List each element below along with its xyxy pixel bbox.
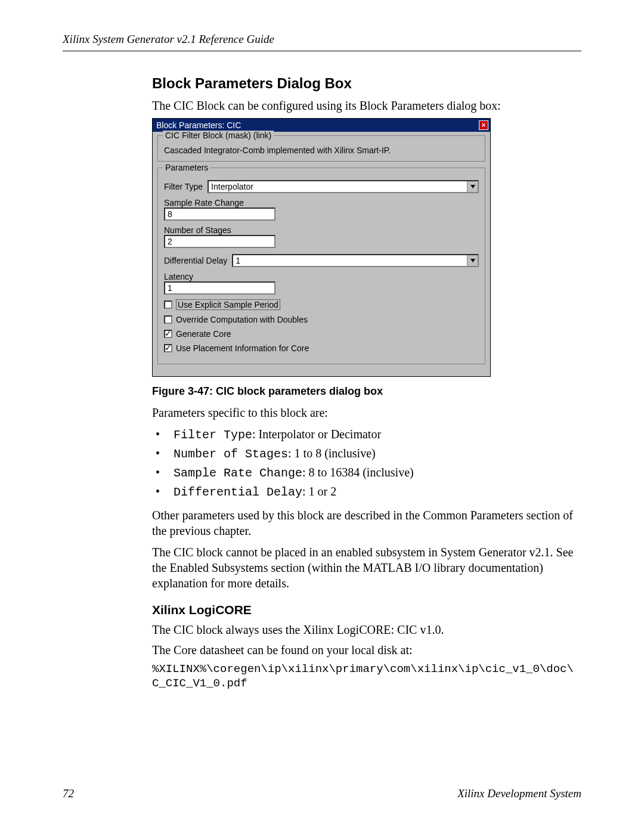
checkbox-generate-label: Generate Core (176, 329, 231, 339)
bullet-code: Sample Rate Change (174, 466, 302, 480)
list-item: Number of Stages: 1 to 8 (inclusive) (168, 444, 581, 463)
bullet-rest: : 1 to 8 (inclusive) (288, 447, 376, 460)
checkbox-placement-info[interactable]: Use Placement Information for Core (164, 343, 479, 353)
section-intro: The CIC Block can be configured using it… (152, 98, 581, 113)
filter-type-label: Filter Type (164, 182, 203, 191)
sample-rate-input[interactable] (164, 208, 275, 221)
num-stages-input[interactable] (164, 235, 275, 248)
bullet-code: Filter Type (174, 428, 252, 442)
group-parameters-legend: Parameters (163, 163, 210, 172)
list-item: Filter Type: Interpolator or Decimator (168, 425, 581, 444)
bullet-rest: : 1 or 2 (302, 485, 336, 498)
checkbox-placement-label: Use Placement Information for Core (176, 343, 309, 353)
param-bullet-list: Filter Type: Interpolator or Decimator N… (152, 425, 581, 501)
filter-type-select[interactable]: Interpolator (208, 180, 479, 193)
group-description-text: Cascaded Integrator-Comb implemented wit… (164, 145, 479, 155)
checkbox-icon[interactable] (164, 301, 172, 309)
params-intro: Parameters specific to this block are: (152, 405, 581, 420)
group-parameters: Parameters Filter Type Interpolator Samp… (157, 168, 485, 364)
group-description-legend: CIC Filter Block (mask) (link) (163, 131, 274, 140)
diff-delay-label: Differential Delay (164, 256, 227, 265)
group-description: CIC Filter Block (mask) (link) Cascaded … (157, 135, 485, 162)
main-content: Block Parameters Dialog Box The CIC Bloc… (152, 75, 581, 691)
para-enabled-subsystem: The CIC block cannot be placed in an ena… (152, 544, 581, 591)
list-item: Sample Rate Change: 8 to 16384 (inclusiv… (168, 463, 581, 482)
close-icon[interactable]: × (479, 120, 488, 130)
para-other-params: Other parameters used by this block are … (152, 507, 581, 538)
checkbox-explicit-label: Use Explicit Sample Period (176, 299, 280, 310)
bullet-rest: : 8 to 16384 (inclusive) (302, 466, 414, 479)
bullet-code: Number of Stages (174, 447, 288, 461)
block-parameters-dialog: Block Parameters: CIC × CIC Filter Block… (152, 118, 491, 377)
num-stages-label: Number of Stages (164, 225, 479, 235)
diff-delay-select[interactable]: 1 (232, 254, 479, 267)
logicore-p2: The Core datasheet can be found on your … (152, 642, 581, 658)
logicore-p1: The CIC block always uses the Xilinx Log… (152, 622, 581, 637)
dialog-title: Block Parameters: CIC (156, 120, 241, 130)
dialog-titlebar[interactable]: Block Parameters: CIC × (153, 119, 490, 132)
checkbox-generate-core[interactable]: Generate Core (164, 329, 479, 339)
diff-delay-value: 1 (236, 256, 240, 265)
checkbox-override-doubles[interactable]: Override Computation with Doubles (164, 315, 479, 324)
bullet-code: Differential Delay (174, 485, 302, 499)
section-title-block-parameters: Block Parameters Dialog Box (152, 75, 581, 92)
section-title-logicore: Xilinx LogiCORE (152, 603, 581, 617)
logicore-path: %XILINX%\coregen\ip\xilinx\primary\com\x… (152, 662, 581, 691)
sample-rate-label: Sample Rate Change (164, 198, 479, 208)
checkbox-icon[interactable] (164, 315, 172, 324)
list-item: Differential Delay: 1 or 2 (168, 482, 581, 501)
checkbox-override-label: Override Computation with Doubles (176, 315, 308, 324)
svg-marker-1 (470, 259, 475, 262)
checkbox-icon[interactable] (164, 344, 172, 352)
figure-caption: Figure 3-47: CIC block parameters dialog… (152, 385, 581, 398)
checkbox-explicit-sample-period[interactable]: Use Explicit Sample Period (164, 299, 479, 310)
bullet-rest: : Interpolator or Decimator (252, 428, 381, 441)
footer-system: Xilinx Development System (457, 787, 581, 800)
latency-input[interactable] (164, 281, 275, 295)
svg-marker-0 (470, 185, 475, 188)
chevron-down-icon[interactable] (467, 181, 478, 192)
running-head: Xilinx System Generator v2.1 Reference G… (63, 33, 581, 51)
latency-label: Latency (164, 272, 479, 281)
chevron-down-icon[interactable] (467, 255, 478, 266)
checkbox-icon[interactable] (164, 330, 172, 338)
page-footer: 72 Xilinx Development System (63, 787, 581, 800)
filter-type-value: Interpolator (211, 182, 253, 191)
page-number: 72 (63, 787, 74, 800)
